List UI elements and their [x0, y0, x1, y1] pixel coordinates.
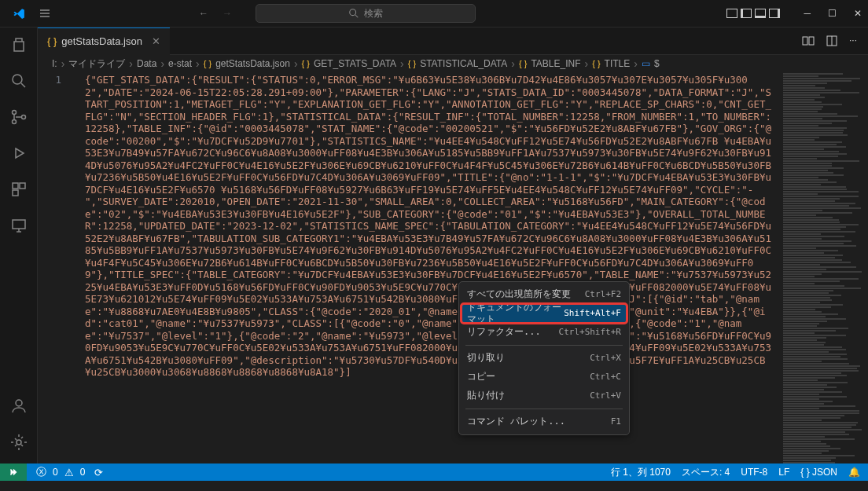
minimap[interactable]: document.write(Array.from({length:180},(…	[782, 72, 868, 464]
nav-back-icon[interactable]: ←	[199, 8, 208, 19]
language-mode[interactable]: { } JSON	[800, 467, 837, 478]
extensions-icon[interactable]	[9, 180, 28, 199]
svg-rect-12	[809, 37, 814, 45]
code-editor[interactable]: 1 {"GET_STATS_DATA":{"RESULT":{"STATUS":…	[38, 72, 868, 464]
menu-refactor[interactable]: リファクター...Ctrl+Shift+R	[459, 323, 629, 342]
scm-icon[interactable]	[9, 108, 28, 126]
file-tab[interactable]: { } getStatsData.json ✕	[38, 27, 170, 55]
warning-icon[interactable]: ⚠	[64, 467, 74, 478]
account-icon[interactable]	[9, 397, 28, 416]
compare-icon[interactable]	[802, 35, 815, 47]
svg-point-4	[21, 115, 25, 119]
maximize-icon[interactable]: ☐	[828, 8, 837, 19]
svg-rect-5	[13, 183, 18, 189]
svg-rect-11	[803, 37, 807, 45]
code-content: {"GET_STATS_DATA":{"RESULT":{"STATUS":0,…	[38, 74, 777, 379]
layout-icons[interactable]	[726, 9, 780, 18]
vscode-logo	[13, 7, 26, 20]
menu-copy[interactable]: コピーCtrl+C	[459, 368, 629, 387]
split-icon[interactable]	[826, 35, 838, 47]
menu-command-palette[interactable]: コマンド パレット...F1	[459, 412, 629, 431]
close-tab-icon[interactable]: ✕	[152, 35, 160, 47]
close-icon[interactable]: ✕	[854, 8, 862, 19]
encoding[interactable]: UTF-8	[741, 467, 767, 478]
radio-icon[interactable]: ⟳	[94, 467, 103, 478]
svg-point-9	[16, 400, 22, 406]
svg-point-3	[12, 120, 16, 124]
remote-explorer-icon[interactable]	[9, 216, 28, 235]
indentation[interactable]: スペース: 4	[682, 466, 730, 479]
svg-point-0	[350, 9, 356, 16]
svg-rect-7	[13, 190, 18, 196]
remote-badge[interactable]	[0, 464, 27, 481]
breadcrumb[interactable]: I:› マイドライブ› Data› e-stat› { }getStatsDat…	[38, 55, 868, 72]
menu-format-document[interactable]: ドキュメントのフォーマットShift+Alt+F	[462, 304, 627, 323]
minimize-icon[interactable]: ─	[804, 8, 811, 19]
json-icon: { }	[47, 35, 57, 47]
menu-cut[interactable]: 切り取りCtrl+X	[459, 349, 629, 368]
menu-icon[interactable]	[39, 7, 51, 20]
more-icon[interactable]: ···	[849, 35, 857, 47]
search-placeholder: 検索	[364, 7, 383, 20]
context-menu: すべての出現箇所を変更Ctrl+F2 ドキュメントのフォーマットShift+Al…	[458, 281, 630, 435]
svg-point-2	[12, 111, 16, 115]
menu-paste[interactable]: 貼り付けCtrl+V	[459, 387, 629, 405]
nav-forward-icon[interactable]: →	[223, 8, 232, 19]
cursor-position[interactable]: 行 1、列 1070	[611, 466, 671, 479]
notifications-icon[interactable]: 🔔	[848, 467, 860, 478]
error-icon[interactable]: ⓧ	[36, 465, 46, 479]
debug-icon[interactable]	[9, 144, 28, 163]
gear-icon[interactable]	[9, 433, 28, 452]
explorer-icon[interactable]	[9, 35, 28, 54]
eol[interactable]: LF	[778, 467, 789, 478]
svg-rect-6	[20, 183, 25, 189]
line-number: 1	[38, 74, 77, 86]
search-box[interactable]: 検索	[256, 4, 476, 23]
svg-point-10	[17, 440, 21, 445]
search-icon[interactable]	[9, 71, 28, 90]
svg-point-1	[13, 75, 22, 84]
svg-rect-8	[13, 220, 25, 229]
tab-filename: getStatsData.json	[61, 35, 142, 47]
